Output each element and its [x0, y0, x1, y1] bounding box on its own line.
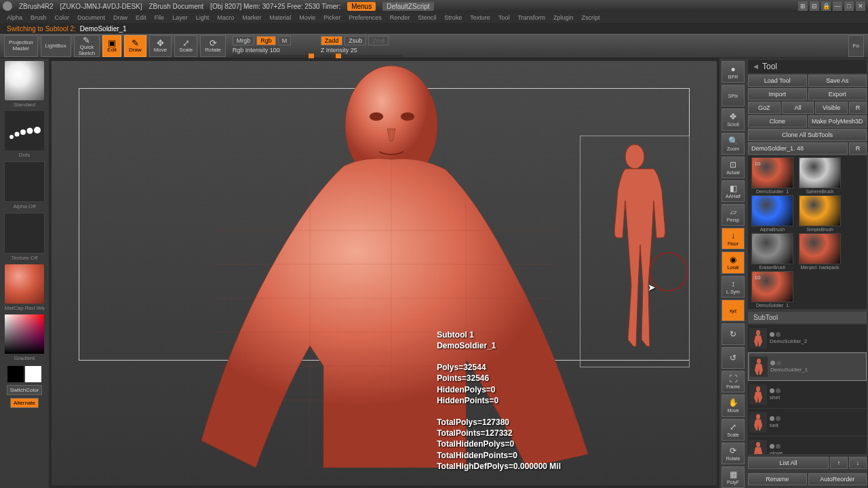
vtool-↺[interactable]: ↺ — [722, 347, 745, 369]
tool-spherebrush[interactable]: SphereBrush — [797, 157, 843, 194]
import-button[interactable]: Import — [748, 88, 807, 100]
subtool-header[interactable]: SubTool — [748, 312, 867, 323]
close-icon[interactable]: ✕ — [856, 1, 865, 11]
lock-icon[interactable]: 🔒 — [821, 1, 831, 11]
export-button[interactable]: Export — [808, 88, 867, 100]
tool-simplebrush[interactable]: SimpleBrush — [797, 195, 843, 232]
goz-button[interactable]: GoZ — [748, 102, 781, 114]
tool-demosoldier_1[interactable]: 10DemoSoldier_1 — [749, 271, 795, 308]
move-button[interactable]: ✥Move — [149, 35, 172, 57]
scale-button[interactable]: ⤢Scale — [174, 35, 197, 57]
tool-panel-title[interactable]: Tool — [748, 60, 867, 73]
tool-eraserbrush[interactable]: EraserBrush — [749, 233, 795, 270]
minimize-icon[interactable]: — — [833, 1, 842, 11]
menu-tool[interactable]: Tool — [498, 14, 510, 21]
z-intensity-slider[interactable]: .slider-bar[style*="25"]::after{right:75… — [321, 55, 402, 57]
menu-render[interactable]: Render — [390, 14, 410, 21]
r-button[interactable]: R — [849, 102, 867, 114]
menu-zscript[interactable]: Zscript — [582, 14, 600, 21]
clone-all-button[interactable]: Clone All SubTools — [748, 129, 867, 141]
viewport[interactable]: Subtool 1DemoSoldier_1 Polys=32544Points… — [52, 61, 717, 485]
menu-marker[interactable]: Marker — [242, 14, 261, 21]
vtool-move[interactable]: ✋Move — [722, 394, 745, 416]
stroke-thumb[interactable] — [5, 111, 44, 150]
current-tool-label[interactable]: DemoSoldier_1. 48 — [748, 142, 848, 155]
vtool-persp[interactable]: ▱Persp — [722, 204, 745, 226]
swatch-white[interactable] — [25, 366, 41, 382]
texture-thumb[interactable] — [4, 213, 45, 253]
vtool-scroll[interactable]: ✥Scroll — [722, 108, 745, 130]
zadd-button[interactable]: Zadd — [321, 36, 343, 45]
menu-file[interactable]: File — [155, 14, 165, 21]
vtool-frame[interactable]: ⛶Frame — [722, 371, 745, 392]
swatch-black[interactable] — [7, 366, 24, 382]
r2-button[interactable]: R — [849, 142, 867, 155]
vtool-xyz[interactable]: xyz — [722, 300, 745, 321]
brush-thumb[interactable] — [5, 61, 44, 100]
subtool-demosoldier_1[interactable]: DemoSoldier_1 — [748, 352, 867, 381]
menu-preferences[interactable]: Preferences — [349, 14, 382, 21]
alternate-button[interactable]: Alternate — [10, 398, 39, 408]
menu-material[interactable]: Material — [269, 14, 291, 21]
menu-stencil[interactable]: Stencil — [418, 14, 436, 21]
down-icon[interactable]: ↓ — [849, 457, 867, 469]
subtool-belt[interactable]: belt — [748, 409, 867, 436]
vtool-polyf[interactable]: ▦PolyF — [722, 466, 745, 488]
list-all-button[interactable]: List All — [748, 457, 829, 469]
vtool-local[interactable]: ◉Local — [722, 251, 745, 273]
vtool-rotate[interactable]: ⟳Rotate — [722, 443, 745, 464]
visible-button[interactable]: Visible — [815, 102, 848, 114]
vtool-floor[interactable]: ↓Floor — [722, 228, 745, 249]
focal-button[interactable]: Fo — [848, 35, 864, 57]
switch-color-button[interactable]: SwitchColor — [7, 385, 43, 395]
autoreorder-button[interactable]: AutoReorder — [808, 473, 867, 485]
menu-zplugin[interactable]: Zplugin — [553, 14, 574, 21]
vtool-zoom[interactable]: 🔍Zoom — [722, 133, 745, 155]
layout2-icon[interactable]: ⊟ — [810, 1, 819, 11]
menu-layer[interactable]: Layer — [172, 14, 188, 21]
make-polymesh-button[interactable]: Make PolyMesh3D — [808, 115, 867, 127]
tool-merged_backpack[interactable]: Merged_backpack — [797, 233, 843, 270]
edit-button[interactable]: ▣Edit — [102, 35, 121, 57]
menu-brush[interactable]: Brush — [31, 14, 47, 21]
clone-button[interactable]: Clone — [748, 115, 807, 127]
vtool-bpr[interactable]: ●BPR — [722, 61, 745, 83]
all-button[interactable]: All — [782, 102, 814, 114]
menu-stroke[interactable]: Stroke — [444, 14, 462, 21]
menu-draw[interactable]: Draw — [113, 14, 127, 21]
menu-movie[interactable]: Movie — [299, 14, 315, 21]
subtool-demosoldier_2[interactable]: DemoSoldier_2 — [748, 325, 867, 352]
subtool-glove[interactable]: glove — [748, 436, 867, 454]
menu-texture[interactable]: Texture — [470, 14, 490, 21]
tool-demosoldier_1[interactable]: 10DemoSoldier_1 — [749, 157, 795, 194]
rename-button[interactable]: Rename — [748, 473, 807, 485]
material-thumb[interactable] — [5, 264, 44, 304]
up-icon[interactable]: ↑ — [830, 457, 848, 469]
menus-button[interactable]: Menus — [347, 2, 376, 11]
save-as-button[interactable]: Save As — [808, 75, 867, 87]
menu-transform[interactable]: Transform — [517, 14, 545, 21]
zsub-button[interactable]: Zsub — [344, 36, 366, 45]
default-zscript-button[interactable]: DefaultZScript — [382, 2, 433, 11]
mrgb-button[interactable]: Mrgb — [233, 36, 255, 45]
vtool-scale[interactable]: ⤢Scale — [722, 419, 745, 441]
vtool-actual[interactable]: ⊡Actual — [722, 157, 745, 178]
menu-edit[interactable]: Edit — [136, 14, 146, 21]
menu-light[interactable]: Light — [196, 14, 210, 21]
load-tool-button[interactable]: Load Tool — [748, 75, 807, 87]
projection-master-button[interactable]: Projection Master — [4, 35, 38, 57]
color-picker[interactable] — [5, 314, 44, 354]
vtool-↻[interactable]: ↻ — [722, 323, 745, 345]
layout-icon[interactable]: ⊞ — [798, 1, 808, 11]
quick-sketch-button[interactable]: ✎Quick Sketch — [74, 35, 100, 57]
menu-color[interactable]: Color — [55, 14, 70, 21]
tool-alphabrush[interactable]: AlphaBrush — [749, 195, 795, 232]
rgb-intensity-slider[interactable] — [233, 55, 314, 57]
menu-alpha[interactable]: Alpha — [7, 14, 22, 21]
maximize-icon[interactable]: □ — [844, 1, 854, 11]
vtool-spix[interactable]: SPix — [722, 85, 745, 106]
zcut-button[interactable]: Zcut — [368, 36, 389, 45]
subtool-shirt[interactable]: shirt — [748, 381, 867, 409]
menu-document[interactable]: Document — [77, 14, 105, 21]
m-button[interactable]: M — [278, 36, 292, 45]
